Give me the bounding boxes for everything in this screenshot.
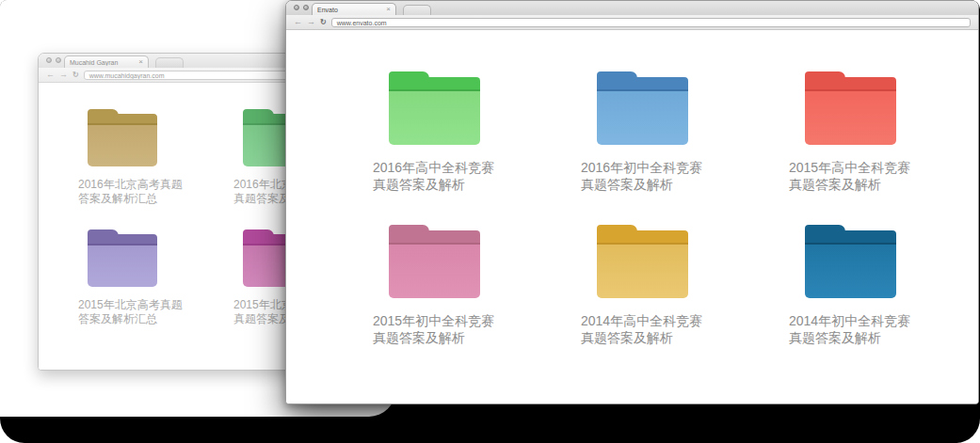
folder-body (389, 91, 480, 145)
folder-label-line1: 2015年北京高考真题 (78, 298, 243, 312)
folder-label: 2016年北京高考真题 答案及解析汇总 (78, 178, 243, 206)
folder-body (389, 245, 480, 298)
folder-top-strip (805, 230, 896, 243)
folder-label-line2: 真题答案及解析 (789, 176, 954, 193)
folder-body (805, 245, 896, 298)
folder-top-strip (88, 234, 157, 244)
folder-item[interactable]: 2016年高中全科竞赛 真题答案及解析 (373, 71, 538, 193)
folder-icon[interactable] (389, 71, 480, 145)
folder-item[interactable]: 2016年北京高考真题 答案及解析汇总 (78, 109, 243, 206)
close-button[interactable] (46, 57, 52, 63)
folder-label-line2: 真题答案及解析 (789, 329, 954, 346)
folder-top-strip (805, 77, 896, 89)
folder-label: 2014年高中全科竞赛 真题答案及解析 (581, 312, 746, 346)
folder-label-line2: 真题答案及解析 (581, 329, 746, 346)
close-button[interactable] (294, 5, 299, 10)
tab-title: Mucahid Gayran (70, 59, 138, 66)
folder-icon[interactable] (597, 71, 688, 145)
browser-window-front: Envato × ← → ↻ www.envato.com 2016年高中全科竞… (285, 0, 979, 404)
back-icon[interactable]: ← (46, 71, 55, 79)
tab-title: Envato (317, 7, 386, 13)
folder-label-line2: 答案及解析汇总 (78, 312, 243, 326)
reload-icon[interactable]: ↻ (72, 71, 79, 79)
folder-label-line1: 2016年高中全科竞赛 (373, 159, 538, 176)
front-toolbar: ← → ↻ www.envato.com (286, 15, 978, 30)
minimize-button[interactable] (303, 5, 309, 10)
folder-item[interactable]: 2016年初中全科竞赛 真题答案及解析 (581, 71, 746, 193)
folder-label-line1: 2014年初中全科竞赛 (789, 312, 954, 329)
folder-label-line2: 真题答案及解析 (373, 329, 538, 346)
folder-icon[interactable] (88, 229, 157, 287)
folder-top-strip (597, 77, 688, 89)
folder-label-line1: 2014年高中全科竞赛 (581, 312, 746, 329)
folder-label: 2015年高中全科竞赛 真题答案及解析 (789, 159, 954, 193)
tab-mucahid-gayran[interactable]: Mucahid Gayran × (64, 55, 149, 68)
folder-top-strip (389, 230, 480, 243)
mockup-stage: Mucahid Gayran × ← → ↻ www.mucahidgayran… (0, 0, 980, 443)
folder-body (805, 91, 896, 145)
folder-icon[interactable] (88, 109, 157, 166)
folder-label-line1: 2016年北京高考真题 (78, 178, 243, 192)
folder-icon[interactable] (597, 225, 688, 298)
folder-label: 2016年高中全科竞赛 真题答案及解析 (373, 159, 538, 193)
forward-icon[interactable]: → (307, 18, 315, 26)
folder-body (597, 91, 688, 145)
minimize-button[interactable] (56, 57, 61, 63)
front-folder-grid: 2016年高中全科竞赛 真题答案及解析 2016年初中全科竞赛 真题答案及解析 … (286, 30, 978, 403)
folder-body (597, 245, 688, 298)
folder-label: 2014年初中全科竞赛 真题答案及解析 (789, 312, 954, 346)
folder-item[interactable]: 2015年北京高考真题 答案及解析汇总 (78, 229, 243, 326)
new-tab-button[interactable] (403, 5, 431, 15)
tab-close-icon[interactable]: × (138, 58, 143, 66)
folder-top-strip (389, 77, 480, 89)
folder-label-line2: 真题答案及解析 (373, 176, 538, 193)
folder-label: 2015年北京高考真题 答案及解析汇总 (78, 298, 243, 326)
folder-icon[interactable] (805, 71, 896, 145)
folder-label: 2016年初中全科竞赛 真题答案及解析 (581, 159, 746, 193)
folder-label-line2: 答案及解析汇总 (78, 192, 243, 206)
back-icon[interactable]: ← (294, 18, 302, 26)
folder-body (88, 125, 157, 166)
address-bar[interactable]: www.envato.com (331, 18, 971, 27)
folder-top-strip (88, 114, 157, 123)
folder-label-line1: 2016年初中全科竞赛 (581, 159, 746, 176)
folder-item[interactable]: 2015年高中全科竞赛 真题答案及解析 (789, 71, 954, 193)
folder-item[interactable]: 2014年高中全科竞赛 真题答案及解析 (581, 225, 746, 346)
folder-label-line2: 真题答案及解析 (581, 176, 746, 193)
folder-label-line1: 2015年初中全科竞赛 (373, 312, 538, 329)
folder-item[interactable]: 2015年初中全科竞赛 真题答案及解析 (373, 225, 538, 346)
reload-icon[interactable]: ↻ (320, 19, 327, 26)
folder-top-strip (597, 230, 688, 243)
tab-close-icon[interactable]: × (386, 6, 391, 13)
front-tab-bar: Envato × (286, 1, 978, 15)
folder-label: 2015年初中全科竞赛 真题答案及解析 (373, 312, 538, 346)
folder-item[interactable]: 2014年初中全科竞赛 真题答案及解析 (789, 225, 954, 346)
folder-label-line1: 2015年高中全科竞赛 (789, 159, 954, 176)
forward-icon[interactable]: → (59, 71, 68, 79)
tab-envato[interactable]: Envato × (312, 3, 396, 15)
new-tab-button[interactable] (155, 57, 184, 68)
folder-body (88, 245, 157, 287)
folder-icon[interactable] (389, 225, 480, 298)
folder-icon[interactable] (805, 225, 896, 298)
